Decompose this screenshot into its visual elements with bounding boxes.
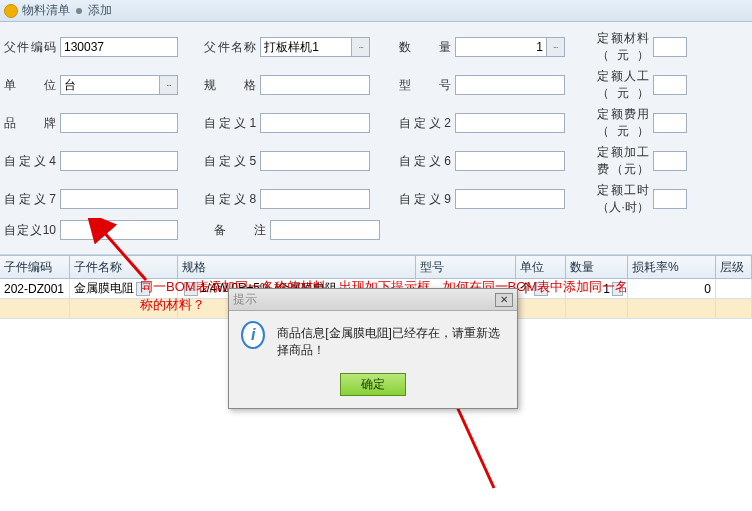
title-text: 物料清单 bbox=[22, 2, 70, 19]
lbl-c10: 自定义10 bbox=[4, 222, 60, 239]
info-icon: i bbox=[241, 321, 265, 349]
cell-code[interactable]: 202-DZ001 bbox=[0, 279, 70, 298]
th-unit: 单位 bbox=[516, 256, 566, 278]
c9-input[interactable] bbox=[455, 189, 565, 209]
dialog-close-button[interactable]: ✕ bbox=[495, 293, 513, 307]
c8-input[interactable] bbox=[260, 189, 370, 209]
lbl-parent-code: 父件编码 bbox=[4, 39, 60, 56]
lbl-std-labor: 定额人工（元） bbox=[597, 68, 653, 102]
lbl-spec: 规 格 bbox=[204, 77, 260, 94]
th-code: 子件编码 bbox=[0, 256, 70, 278]
std-proc-input[interactable] bbox=[653, 151, 687, 171]
parent-code-input[interactable] bbox=[60, 37, 178, 57]
lbl-c6: 自定义6 bbox=[399, 153, 455, 170]
th-spec: 规格 bbox=[178, 256, 416, 278]
c7-input[interactable] bbox=[60, 189, 178, 209]
dialog: 提示 ✕ i 商品信息[金属膜电阻]已经存在，请重新选择商品！ 确定 bbox=[228, 288, 518, 409]
qty-picker[interactable]: ··· bbox=[547, 37, 565, 57]
lbl-model: 型 号 bbox=[399, 77, 455, 94]
std-labor-input[interactable] bbox=[653, 75, 687, 95]
c6-input[interactable] bbox=[455, 151, 565, 171]
lbl-c7: 自定义7 bbox=[4, 191, 60, 208]
app-icon bbox=[4, 4, 18, 18]
lbl-c2: 自定义2 bbox=[399, 115, 455, 132]
c10-input[interactable] bbox=[60, 220, 178, 240]
dialog-titlebar: 提示 ✕ bbox=[229, 289, 517, 311]
c5-input[interactable] bbox=[260, 151, 370, 171]
lbl-std-proc: 定额加工费（元） bbox=[597, 144, 653, 178]
title-mode: 添加 bbox=[88, 2, 112, 19]
model-input[interactable] bbox=[455, 75, 565, 95]
lbl-std-hours: 定额工时（人·时） bbox=[597, 182, 653, 216]
c2-input[interactable] bbox=[455, 113, 565, 133]
table-header: 子件编码 子件名称 规格 型号 单位 数量 损耗率% 层级 bbox=[0, 256, 752, 279]
th-qty: 数量 bbox=[566, 256, 628, 278]
lbl-std-fee: 定额费用（元） bbox=[597, 106, 653, 140]
lbl-brand: 品牌 bbox=[4, 115, 60, 132]
remark-input[interactable] bbox=[270, 220, 380, 240]
lbl-c8: 自定义8 bbox=[204, 191, 260, 208]
dialog-title-text: 提示 bbox=[233, 291, 257, 308]
th-rate: 损耗率% bbox=[628, 256, 716, 278]
cell-rate[interactable]: 0 bbox=[628, 279, 716, 298]
lbl-qty: 数 量 bbox=[399, 39, 455, 56]
lbl-remark: 备 注 bbox=[214, 222, 270, 239]
form-area: 父件编码 父件名称··· 数 量··· 定额材料（元） 单 位··· 规 格 型… bbox=[0, 22, 752, 255]
std-material-input[interactable] bbox=[653, 37, 687, 57]
lbl-c5: 自定义5 bbox=[204, 153, 260, 170]
parent-name-input[interactable] bbox=[260, 37, 352, 57]
dialog-message: 商品信息[金属膜电阻]已经存在，请重新选择商品！ bbox=[277, 321, 505, 359]
c4-input[interactable] bbox=[60, 151, 178, 171]
lbl-unit: 单 位 bbox=[4, 77, 60, 94]
title-separator-dot bbox=[76, 8, 82, 14]
lbl-c4: 自定义4 bbox=[4, 153, 60, 170]
std-fee-input[interactable] bbox=[653, 113, 687, 133]
lbl-c1: 自定义1 bbox=[204, 115, 260, 132]
std-hours-input[interactable] bbox=[653, 189, 687, 209]
qty-input[interactable] bbox=[455, 37, 547, 57]
th-model: 型号 bbox=[416, 256, 516, 278]
unit-input[interactable] bbox=[60, 75, 160, 95]
th-name: 子件名称 bbox=[70, 256, 178, 278]
lbl-c9: 自定义9 bbox=[399, 191, 455, 208]
close-icon: ✕ bbox=[500, 294, 508, 305]
titlebar: 物料清单 添加 bbox=[0, 0, 752, 22]
brand-input[interactable] bbox=[60, 113, 178, 133]
lbl-std-material: 定额材料（元） bbox=[597, 30, 653, 64]
th-level: 层级 bbox=[716, 256, 752, 278]
c1-input[interactable] bbox=[260, 113, 370, 133]
cell-level[interactable] bbox=[716, 279, 752, 298]
spec-input[interactable] bbox=[260, 75, 370, 95]
dialog-ok-button[interactable]: 确定 bbox=[340, 373, 406, 396]
lbl-parent-name: 父件名称 bbox=[204, 39, 260, 56]
parent-name-picker[interactable]: ··· bbox=[352, 37, 370, 57]
unit-picker[interactable]: ··· bbox=[160, 75, 178, 95]
